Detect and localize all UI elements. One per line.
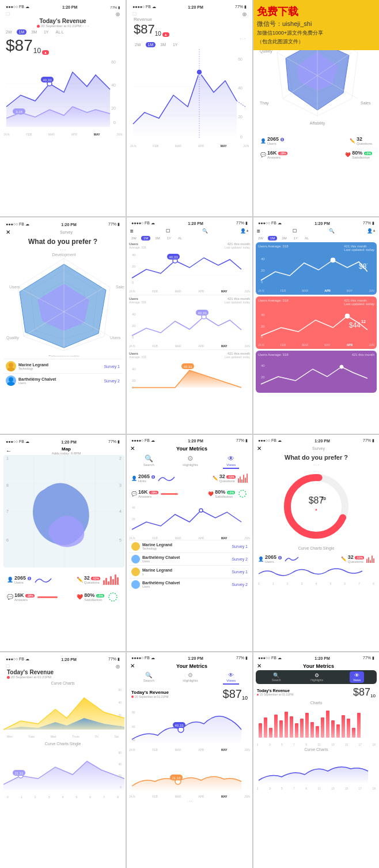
tab-3m[interactable]: 3M <box>29 29 39 35</box>
svg-text:20: 20 <box>238 115 242 119</box>
stats-row2-r1c3: 💬 16K -28% Answers ❤️ 80% +5% Satisfacti… <box>257 149 376 160</box>
tab-1m[interactable]: 1M <box>17 29 27 35</box>
svg-point-84 <box>340 365 343 369</box>
metrics-title-r3c2: Your Metrics <box>135 446 249 452</box>
dark-highlights-tab[interactable]: ⚙ Highlights <box>307 671 327 683</box>
survey-title-r3c3: What do you prefer ? <box>256 454 377 461</box>
svg-text:3,18: 3,18 <box>16 110 22 114</box>
section-charts-r4c3: Charts <box>256 701 377 705</box>
svg-text:1: 1 <box>6 456 9 460</box>
user-4-r3c2: Barthélémy ChalvetUsers Survey 2 <box>129 578 250 591</box>
views-tab[interactable]: 👁 Views <box>223 453 239 469</box>
svg-text:60: 60 <box>118 688 122 692</box>
svg-text:40: 40 <box>132 738 135 742</box>
promo-desc1: 加微信1000+源文件免费分享 <box>257 29 374 37</box>
copy-icon: ☐ <box>166 228 170 234</box>
purple-chart: 40 20 <box>258 356 367 388</box>
back-btn-r3c1[interactable]: ← <box>6 448 12 454</box>
status-bar-r1c1: ●●●○○ FB ☁ 1:20 PM 77% ▮ <box>3 3 122 10</box>
user-3-r3c2: Marine Legrandy Survey 1 <box>129 565 250 578</box>
chart-section-2: Users421 this month Average: 318Last upd… <box>129 297 250 350</box>
metrics-stats-1: 👤 2065 0 Hints ✏️ 32 -53% Questions <box>129 471 250 485</box>
svg-text:40: 40 <box>238 86 242 90</box>
cell-r3c2: ●●●●○ FB ☁ 1:20 PM 77% ▮ ✕ Your Metrics … <box>127 435 252 651</box>
map-title: Map <box>13 446 120 452</box>
svg-text:Entrepreneurship: Entrepreneurship <box>48 355 79 356</box>
svg-text:$44: $44 <box>349 321 361 329</box>
svg-rect-135 <box>264 717 267 738</box>
search-tab-r4c2[interactable]: 🔍 Search <box>140 671 158 685</box>
svg-text:20: 20 <box>261 269 265 272</box>
dark-views-tab[interactable]: 👁 Views <box>350 671 364 683</box>
hamburger-icon[interactable]: ≡ <box>130 228 134 234</box>
svg-rect-142 <box>300 719 304 738</box>
svg-rect-136 <box>269 728 272 738</box>
revenue-title-r4c1: Today's Revenue <box>7 669 119 675</box>
big-price-r1c1: $87 <box>6 36 33 55</box>
user-item-2-r2c1: Barthélémy Chalvet Users Survey 2 <box>3 373 122 388</box>
metrics-tabs-r4c2[interactable]: 🔍 Search ⚙ Highlights 👁 Views <box>129 671 250 685</box>
stats-row-r1c3: 👤 2065 5 Users ✏️ 32 Questions <box>257 135 376 146</box>
radar-chart-r2c1: Development Sales Users Entrepreneurship… <box>3 253 124 356</box>
tab-1y[interactable]: 1Y <box>41 29 51 35</box>
cell-r1c2: ●●●●○ FB ☁ 1:20 PM 77% ▮ ☐ ◎ Revenue $87… <box>127 0 252 216</box>
revenue-label-r1c2: Revenue <box>134 17 245 22</box>
hamburger-r2c3[interactable]: ≡ <box>257 228 260 234</box>
close-r4c3[interactable]: ✕ <box>257 663 261 669</box>
svg-text:40: 40 <box>261 257 265 261</box>
cell-r3c3: ●●●○○ FB ☁ 1:20 PM 77% ▮ ✕ Survey What d… <box>253 435 379 651</box>
close-btn-r2c1[interactable]: ✕ <box>6 229 10 235</box>
svg-point-105 <box>239 490 246 497</box>
donut-chart-r3c3: $87 10 ▲ <box>256 469 377 544</box>
svg-text:8: 8 <box>6 483 9 487</box>
user-1-r3c2: Marine LegrandTechnology Survey 1 <box>129 540 250 553</box>
views-tab-r4c2[interactable]: 👁 Views <box>223 671 239 685</box>
svg-text:7: 7 <box>6 509 9 513</box>
time-tabs-r1c2[interactable]: 2W 1M 3M 1Y <box>130 42 249 47</box>
metrics-tabs-r3c2[interactable]: 🔍 Search ⚙ Highlights 👁 Views <box>129 453 250 469</box>
svg-text:2: 2 <box>119 456 122 460</box>
search-icon-r2c2[interactable]: 🔍 <box>202 228 208 234</box>
close-r3c3[interactable]: ✕ <box>257 445 261 452</box>
svg-text:40: 40 <box>261 313 265 317</box>
chart1-r2c2: 40,33 40 20 0 <box>129 249 244 287</box>
svg-text:Sales: Sales <box>116 285 124 289</box>
tab-2w[interactable]: 2W <box>3 29 14 35</box>
bar-chart-r4c3 <box>256 706 371 741</box>
battery-r1c2: 77% ▮ <box>235 5 247 9</box>
time-tabs-r1c1[interactable]: 2W 1M 3M 1Y AL L <box>3 29 122 35</box>
svg-rect-143 <box>305 713 309 738</box>
svg-text:20: 20 <box>132 517 135 521</box>
close-r3c2[interactable]: ✕ <box>130 445 135 452</box>
dark-search-tab[interactable]: 🔍 Search <box>268 671 285 683</box>
svg-text:0: 0 <box>261 280 263 284</box>
dark-tabs-r4c3[interactable]: 🔍 Search ⚙ Highlights 👁 Views <box>256 670 377 684</box>
metrics-chart-r3c2: 40 20 <box>129 502 244 533</box>
profile-icon[interactable]: 👤+ <box>240 228 249 234</box>
tab-all[interactable]: AL L <box>54 29 66 35</box>
svg-rect-151 <box>347 719 350 738</box>
search-tab[interactable]: 🔍 Search <box>140 453 158 469</box>
profile-r2c3[interactable]: 👤+ <box>367 228 376 234</box>
svg-rect-147 <box>326 711 329 738</box>
svg-point-50 <box>9 377 13 382</box>
svg-text:20: 20 <box>118 774 122 777</box>
svg-rect-152 <box>352 728 355 738</box>
cell-r2c1: ●●●○○ FB ☁ 1:20 PM 77% ▮ ✕ Survey What d… <box>0 217 126 434</box>
svg-text:0: 0 <box>120 725 122 728</box>
search-r2c3[interactable]: 🔍 <box>329 228 335 234</box>
close-r4c2[interactable]: ✕ <box>130 663 135 669</box>
svg-point-49 <box>7 367 15 371</box>
svg-rect-137 <box>274 715 278 738</box>
highlights-tab-r4c2[interactable]: ⚙ Highlights <box>179 671 201 685</box>
status-bar-r2c1: ●●●○○ FB ☁ 1:20 PM 77% ▮ <box>3 221 122 228</box>
curve-single-r4c1: 21,31 60 40 20 0 <box>3 747 124 793</box>
svg-text:21,18: 21,18 <box>172 776 181 780</box>
highlights-tab[interactable]: ⚙ Highlights <box>179 453 201 469</box>
cell-r2c3: ●●●○○ FB ☁ 1:20 PM 77% ▮ ≡ ☐ 🔍 👤+ 2W 1M … <box>253 217 379 434</box>
svg-text:10: 10 <box>321 496 326 501</box>
revenue-date-r4c1: 20 September at 01:21PM <box>7 675 119 679</box>
svg-point-48 <box>9 363 13 367</box>
cell-r3c1: ●●●○○ FB ☁ 1:20 PM 77% ▮ ← Map Adds toda… <box>0 435 126 651</box>
revenue-date-r1c1: 20 September at 01:21PM • ○ • <box>3 24 122 28</box>
